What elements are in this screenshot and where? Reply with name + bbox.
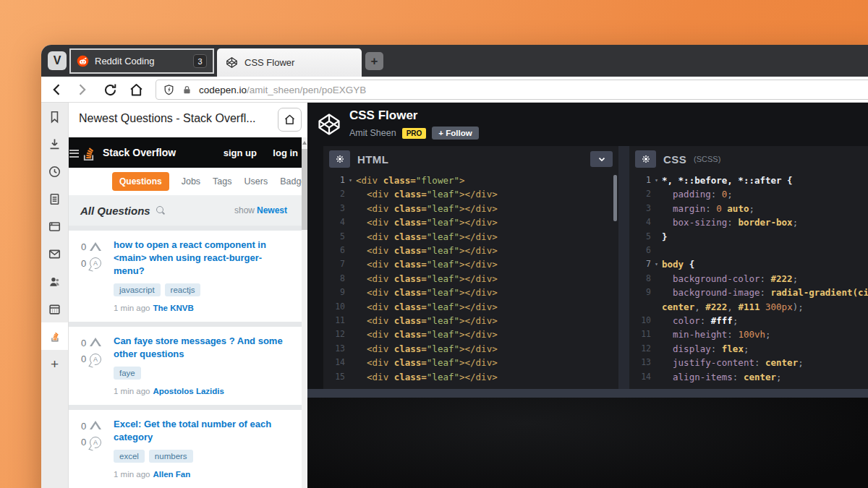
code-line[interactable]: 1▾*, *::before, *::after { bbox=[629, 174, 868, 187]
question-item[interactable]: 0 0A Excel: Get the total number of each… bbox=[69, 410, 302, 488]
code-line[interactable]: 1▾<div class="flower"> bbox=[323, 174, 618, 187]
code-line[interactable]: 10 color: #fff; bbox=[629, 314, 868, 328]
follow-button[interactable]: + Follow bbox=[432, 127, 478, 140]
question-user[interactable]: The KNVB bbox=[153, 304, 194, 312]
pen-author[interactable]: Amit Sheen bbox=[349, 128, 396, 138]
fold-gutter bbox=[651, 356, 662, 369]
tab-reddit-coding[interactable]: Reddit Coding 3 bbox=[69, 48, 214, 74]
tab-css-flower[interactable]: CSS Flower bbox=[217, 48, 362, 77]
panel-downloads-button[interactable] bbox=[41, 130, 68, 158]
question-user[interactable]: Apostolos Lazidis bbox=[153, 387, 224, 395]
tag[interactable]: faye bbox=[114, 367, 141, 380]
panel-add-button[interactable]: + bbox=[41, 350, 68, 379]
css-settings-button[interactable] bbox=[635, 150, 656, 168]
code-line[interactable]: 4 <div class="leaf"></div> bbox=[323, 215, 618, 229]
code-line[interactable]: 5} bbox=[629, 230, 868, 244]
sign-up-link[interactable]: sign up bbox=[224, 147, 257, 158]
fold-arrow-icon[interactable]: ▾ bbox=[651, 174, 662, 187]
question-title[interactable]: how to open a react component in <main> … bbox=[114, 239, 292, 278]
panel-notes-button[interactable] bbox=[41, 185, 68, 213]
code-line[interactable]: 14 <div class="leaf"></div> bbox=[323, 356, 618, 369]
code-line[interactable]: 3 margin: 0 auto; bbox=[629, 202, 868, 215]
tag[interactable]: reactjs bbox=[165, 283, 201, 296]
code-line[interactable]: 9 <div class="leaf"></div> bbox=[323, 286, 618, 299]
code-line[interactable]: 14 align-items: center; bbox=[629, 370, 868, 384]
vivaldi-panel-strip: + bbox=[41, 103, 69, 488]
code-line[interactable]: 5 <div class="leaf"></div> bbox=[323, 230, 618, 244]
all-questions-heading: All Questions bbox=[80, 205, 150, 217]
panel-stackoverflow-button[interactable] bbox=[41, 322, 68, 350]
html-scrollbar-thumb[interactable] bbox=[613, 175, 617, 221]
panel-scrollbar[interactable] bbox=[302, 137, 307, 488]
code-line[interactable]: 13 justify-content: center; bbox=[629, 356, 868, 369]
html-panel-title: HTML bbox=[357, 153, 388, 166]
question-item[interactable]: 0 0A how to open a react component in <m… bbox=[69, 231, 302, 322]
sort-newest-link[interactable]: Newest bbox=[257, 205, 287, 215]
code-line[interactable]: 2 <div class="leaf"></div> bbox=[323, 187, 618, 201]
code-line[interactable]: 4 box-sizing: border-box; bbox=[629, 215, 868, 229]
tag[interactable]: numbers bbox=[149, 450, 193, 463]
forward-button[interactable] bbox=[74, 82, 90, 98]
stackoverflow-topbar: Stack Overflow sign up log in bbox=[69, 137, 307, 168]
stackoverflow-brand[interactable]: Stack Overflow bbox=[103, 147, 176, 158]
code-line[interactable]: 7▾body { bbox=[629, 257, 868, 271]
code-line[interactable]: center, #222, #111 300px); bbox=[629, 300, 868, 314]
scroll-up-icon[interactable] bbox=[302, 141, 307, 145]
sort-control[interactable]: showNewest bbox=[234, 205, 287, 215]
code-line[interactable]: 10 <div class="leaf"></div> bbox=[323, 300, 618, 314]
code-line[interactable]: 3 <div class="leaf"></div> bbox=[323, 202, 618, 215]
fold-arrow-icon[interactable]: ▾ bbox=[345, 174, 356, 187]
panel-contacts-button[interactable] bbox=[41, 267, 68, 295]
code-line[interactable]: 12 <div class="leaf"></div> bbox=[323, 328, 618, 341]
question-item[interactable]: 0 0A Can faye store messages ? And some … bbox=[69, 327, 302, 405]
nav-questions[interactable]: Questions bbox=[112, 172, 169, 191]
scrollbar-thumb[interactable] bbox=[302, 149, 307, 230]
code-line[interactable]: 8 <div class="leaf"></div> bbox=[323, 272, 618, 286]
code-line[interactable]: 7 <div class="leaf"></div> bbox=[323, 257, 618, 271]
code-line[interactable]: 6 <div class="leaf"></div> bbox=[323, 244, 618, 257]
home-button[interactable] bbox=[128, 82, 144, 98]
nav-tags[interactable]: Tags bbox=[213, 176, 231, 187]
reload-button[interactable] bbox=[102, 82, 118, 98]
code-line[interactable]: 11 <div class="leaf"></div> bbox=[323, 314, 618, 328]
code-line[interactable]: 6 bbox=[629, 244, 868, 257]
editor-preview-divider[interactable] bbox=[307, 389, 868, 398]
pen-title[interactable]: CSS Flower bbox=[349, 108, 417, 123]
panel-calendar-button[interactable] bbox=[41, 295, 68, 322]
tag[interactable]: javascript bbox=[114, 283, 161, 296]
question-title[interactable]: Can faye store messages ? And some other… bbox=[114, 335, 292, 361]
panel-resize-gutter[interactable] bbox=[618, 146, 629, 389]
html-settings-button[interactable] bbox=[329, 150, 350, 168]
code-line[interactable]: 2 padding: 0; bbox=[629, 187, 868, 201]
css-code-area[interactable]: 1▾*, *::before, *::after {2 padding: 0;3… bbox=[629, 174, 868, 389]
vivaldi-menu-button[interactable]: V bbox=[48, 51, 67, 70]
nav-jobs[interactable]: Jobs bbox=[182, 176, 200, 187]
question-user[interactable]: Allen Fan bbox=[153, 470, 191, 479]
fold-gutter bbox=[651, 370, 662, 384]
panel-home-button[interactable] bbox=[278, 108, 302, 132]
fold-arrow-icon[interactable]: ▾ bbox=[651, 257, 662, 271]
panel-mail-button[interactable] bbox=[41, 240, 68, 267]
tag[interactable]: excel bbox=[114, 450, 145, 463]
panel-bookmarks-button[interactable] bbox=[41, 103, 68, 130]
code-line[interactable]: 11 min-height: 100vh; bbox=[629, 328, 868, 341]
html-code-area[interactable]: 1▾<div class="flower">2 <div class="leaf… bbox=[323, 174, 618, 389]
code-line[interactable]: 9 background-image: radial-gradient(circ… bbox=[629, 286, 868, 299]
html-collapse-button[interactable] bbox=[590, 151, 613, 167]
code-line[interactable]: 8 background-color: #222; bbox=[629, 272, 868, 286]
hamburger-icon[interactable] bbox=[69, 147, 79, 159]
new-tab-button[interactable]: + bbox=[365, 52, 383, 70]
url-field[interactable]: codepen.io/amit_sheen/pen/poEXGYB bbox=[156, 80, 868, 100]
panel-window-button[interactable] bbox=[41, 213, 68, 240]
fold-gutter bbox=[345, 215, 356, 229]
code-line[interactable]: 12 display: flex; bbox=[629, 342, 868, 356]
panel-history-button[interactable] bbox=[41, 158, 68, 185]
code-line[interactable]: 13 <div class="leaf"></div> bbox=[323, 342, 618, 356]
question-title[interactable]: Excel: Get the total number of each cate… bbox=[114, 418, 292, 444]
search-icon[interactable] bbox=[156, 205, 166, 215]
nav-users[interactable]: Users bbox=[244, 176, 268, 187]
fold-gutter bbox=[651, 272, 662, 286]
back-button[interactable] bbox=[49, 82, 65, 98]
log-in-link[interactable]: log in bbox=[273, 147, 298, 158]
code-line[interactable]: 15 <div class="leaf"></div> bbox=[323, 370, 618, 384]
